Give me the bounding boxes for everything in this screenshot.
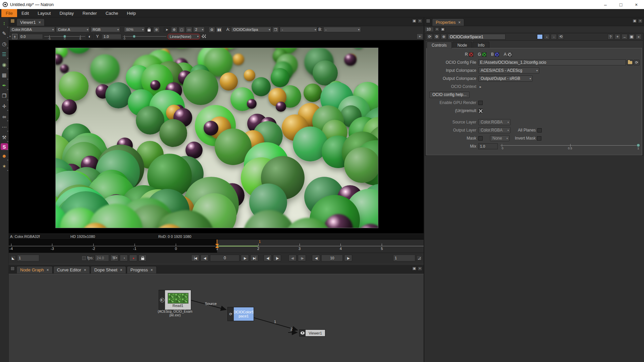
a-input-dropdown[interactable]: OCIOColorSpa▾	[231, 27, 271, 32]
lock-timeline-icon[interactable]	[139, 255, 147, 261]
time-icon[interactable]: ◷	[1, 39, 8, 48]
node-graph[interactable]: Source 1 2 ▶ Read1 (ACEScg_OCIO_Example.…	[9, 274, 424, 362]
mask-checkbox[interactable]	[478, 136, 483, 141]
redo-arrow-icon[interactable]: ›	[551, 34, 557, 40]
tab-curve-editor[interactable]: Curve Editor×	[53, 266, 90, 273]
output-layer-dropdown[interactable]: Color.RGBA▾	[478, 127, 511, 133]
roi-settings-button[interactable]: ⚙	[171, 27, 177, 33]
close-icon[interactable]: ×	[39, 20, 41, 25]
zoom-dropdown[interactable]: 50%▾	[124, 27, 145, 32]
mask-channel-dropdown[interactable]: None▾	[490, 135, 509, 141]
channel-a-checkbox[interactable]	[507, 52, 512, 57]
checkerboard-toggle-icon[interactable]	[201, 34, 206, 39]
filter-icon[interactable]: ▦	[1, 70, 8, 80]
menu-display[interactable]: Display	[55, 9, 78, 17]
keyer-icon[interactable]: ✒	[1, 81, 8, 90]
close-icon[interactable]: ×	[120, 268, 122, 272]
play-backward-button[interactable]: ◀	[201, 255, 209, 261]
tab-viewer1[interactable]: Viewer1 ×	[16, 18, 45, 26]
tab-properties[interactable]: Properties×	[432, 18, 464, 26]
wipe-count-dropdown[interactable]: 2▾	[193, 27, 205, 32]
menu-layout[interactable]: Layout	[33, 9, 55, 17]
timeline-in-icon[interactable]: ◣	[10, 255, 16, 261]
reload-config-icon[interactable]: ⟳	[634, 60, 640, 65]
sapphire-icon[interactable]: S	[1, 143, 8, 150]
other-icon[interactable]: ⋯	[1, 122, 8, 132]
menu-file[interactable]: File	[1, 9, 17, 17]
channel-b-checkbox[interactable]	[495, 52, 499, 57]
node-color-swatch[interactable]	[537, 34, 543, 39]
viewer-canvas[interactable]: HD	[9, 40, 424, 234]
transform-icon[interactable]: ✛	[1, 102, 8, 111]
node-read1[interactable]: ▶ Read1	[159, 290, 191, 310]
menu-cache[interactable]: Cache	[101, 9, 123, 17]
input-colorspace-dropdown[interactable]: ACES/ACES - ACEScg▾	[478, 67, 539, 73]
next-increment-button[interactable]: ▶	[344, 255, 352, 261]
float-pane-icon[interactable]: ▣	[412, 19, 417, 23]
invert-mask-checkbox[interactable]	[537, 136, 541, 141]
expander-icon[interactable]: ▸	[480, 85, 481, 89]
timeline-out-icon[interactable]: ◿	[417, 255, 422, 261]
gmic-icon[interactable]: ⚒	[1, 133, 8, 142]
current-frame-display[interactable]: 0	[210, 255, 239, 261]
play-forward-button[interactable]: ▶	[241, 255, 249, 261]
menu-help[interactable]: Help	[122, 9, 140, 17]
sync-viewers-icon[interactable]: ⌖	[417, 34, 423, 39]
close-icon[interactable]: ×	[47, 268, 49, 272]
full-frame-button[interactable]: ▭	[186, 27, 192, 33]
next-frame-button[interactable]: |▶	[273, 255, 281, 261]
operator-dropdown[interactable]: -▾	[280, 27, 317, 32]
close-icon[interactable]: ×	[84, 268, 86, 272]
views-icon[interactable]: ∞	[1, 112, 8, 121]
gain-toggle-button[interactable]: ±	[12, 34, 17, 39]
node-viewer1[interactable]: Viewer1	[299, 329, 325, 337]
center-in-graph-icon[interactable]: ⌖	[614, 34, 621, 40]
turbo-mode-icon[interactable]: ●	[129, 255, 137, 261]
menu-render[interactable]: Render	[78, 9, 101, 17]
all-planes-checkbox[interactable]	[537, 128, 542, 133]
image-io-icon[interactable]: ↕	[1, 18, 8, 28]
mix-slider[interactable]: 0 0.5 1	[500, 143, 640, 150]
float-panel-icon[interactable]: ▣	[629, 34, 635, 40]
merge-icon[interactable]: ❐	[1, 91, 8, 100]
frame-increment-input[interactable]	[321, 255, 343, 261]
draw-icon[interactable]: ✎	[1, 29, 8, 38]
playback-mode-icon[interactable]: ◔	[120, 255, 128, 261]
gamma-slider[interactable]: 0	[123, 34, 166, 40]
in-point-input[interactable]	[17, 255, 39, 261]
tab-node-graph[interactable]: Node Graph×	[16, 266, 53, 273]
fps-input[interactable]	[95, 255, 109, 261]
b-input-dropdown[interactable]: -▾	[323, 27, 361, 32]
sync-zoom-lock-button[interactable]	[146, 27, 152, 33]
prev-increment-button[interactable]: ◀	[312, 255, 320, 261]
undo-arrow-icon[interactable]: ‹	[544, 34, 550, 40]
maximize-button[interactable]: □	[613, 0, 629, 9]
pointer-mode-button[interactable]: ➤	[164, 27, 170, 33]
alpha-channel-dropdown[interactable]: Color.A▾	[56, 27, 90, 32]
pane-menu-icon[interactable]	[10, 266, 15, 271]
node-ociocolorspace1[interactable]: ⟳ OCIOColorSpace1	[227, 307, 254, 321]
ocio-config-help-button[interactable]: OCIO config help...	[429, 92, 470, 98]
settings-gear-icon[interactable]: ⚙	[434, 34, 440, 40]
node-name-field[interactable]: OCIOColorSpace1	[448, 34, 505, 40]
gamma-slider-handle[interactable]	[132, 35, 136, 38]
restore-defaults-icon[interactable]: ⟲	[558, 34, 564, 40]
folder-icon[interactable]	[627, 60, 633, 65]
next-keyframe-button[interactable]: ›▶	[298, 255, 306, 261]
pane-menu-icon[interactable]	[426, 19, 430, 23]
color-icon[interactable]: ◉	[1, 60, 8, 69]
channel-g-checkbox[interactable]	[482, 52, 486, 57]
premult-checkbox[interactable]	[478, 109, 483, 113]
tab-dope-sheet[interactable]: Dope Sheet×	[91, 266, 126, 273]
tab-controls[interactable]: Controls	[427, 42, 452, 48]
first-frame-button[interactable]: |◀	[191, 255, 199, 261]
refresh-icon[interactable]: ⟳	[427, 34, 433, 40]
gamma-input[interactable]	[102, 34, 121, 39]
timeline-ruler[interactable]: -4 -3 -2 -1 0 1 2 3 4 5 1	[9, 239, 424, 253]
gpu-render-checkbox[interactable]	[478, 101, 483, 105]
channel-icon[interactable]: ☰	[1, 50, 8, 59]
minimize-panel-icon[interactable]: –	[622, 34, 628, 40]
character-icon[interactable]: ☻	[1, 151, 8, 160]
tab-progress[interactable]: Progress×	[127, 266, 157, 273]
close-button[interactable]: ×	[629, 0, 644, 9]
